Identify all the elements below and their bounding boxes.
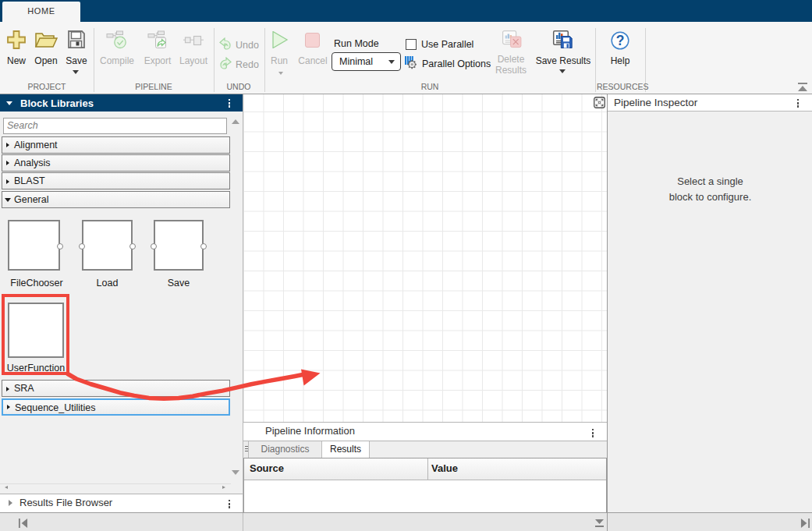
svg-text:?: ? [616,33,625,48]
